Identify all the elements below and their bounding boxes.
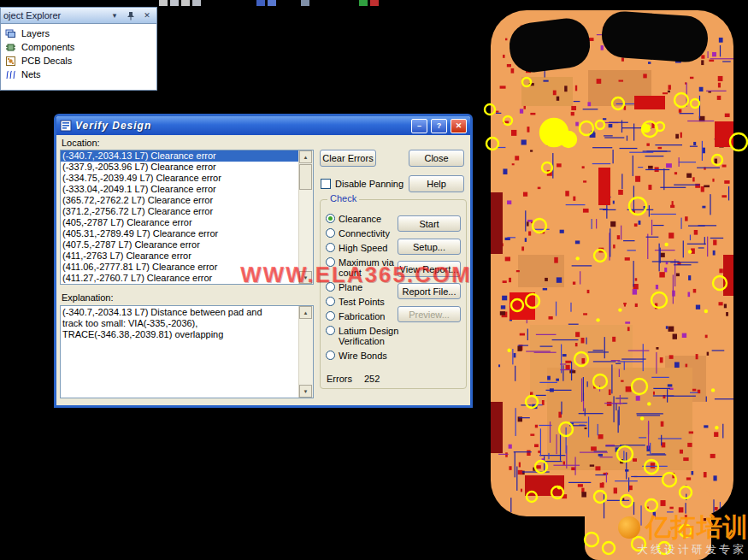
- radio-fabrication[interactable]: Fabrication: [326, 311, 404, 321]
- disable-panning-row[interactable]: Disable Panning: [321, 179, 403, 189]
- error-dot: [711, 388, 715, 392]
- error-list-item[interactable]: (-337.9,-2053.96 L7) Clearance error: [61, 162, 299, 173]
- toolbar-icon[interactable]: [170, 0, 179, 6]
- scroll-down-button[interactable]: ▼: [299, 385, 312, 398]
- error-list-item[interactable]: (411,-2763 L7) Clearance error: [61, 251, 299, 262]
- errors-count-row: Errors 252: [327, 374, 380, 384]
- setup-button[interactable]: Setup...: [398, 239, 461, 255]
- dialog-icon: [60, 120, 72, 132]
- help-icon[interactable]: ?: [431, 119, 447, 133]
- error-list-item[interactable]: (-333.04,-2049.1 L7) Clearance error: [61, 184, 299, 195]
- start-button[interactable]: Start: [398, 215, 461, 232]
- project-explorer-titlebar[interactable]: oject Explorer ▾ ✕: [0, 7, 157, 24]
- pin-icon[interactable]: [124, 9, 138, 22]
- toolbar-icon[interactable]: [359, 0, 368, 6]
- radio-label: Fabrication: [339, 311, 402, 321]
- error-dot: [715, 426, 718, 429]
- toolbar-icon[interactable]: [301, 0, 309, 6]
- radio-button[interactable]: [326, 214, 335, 223]
- report-file-button[interactable]: Report File...: [398, 283, 461, 299]
- close-icon[interactable]: ✕: [140, 9, 154, 22]
- radio-button[interactable]: [326, 351, 335, 360]
- error-list-item[interactable]: (-340.7,-2034.13 L7) Clearance error: [61, 150, 299, 162]
- dialog-titlebar[interactable]: Verify Design – ? ✕: [56, 116, 470, 135]
- project-explorer-title: oject Explorer: [3, 10, 105, 21]
- toolbar-icon[interactable]: [159, 0, 168, 6]
- radio-label: Wire Bonds: [339, 351, 402, 361]
- radio-plane[interactable]: Plane: [326, 282, 404, 292]
- error-dot: [575, 256, 579, 260]
- radio-latium-design-verification[interactable]: Latium Design Verification: [326, 326, 404, 346]
- close-button[interactable]: Close: [409, 150, 464, 167]
- project-explorer-panel: oject Explorer ▾ ✕ LayersComponentsPCB D…: [0, 7, 157, 91]
- radio-connectivity[interactable]: Connectivity: [326, 228, 404, 239]
- radio-high-speed[interactable]: High Speed: [326, 243, 404, 253]
- error-dot: [704, 309, 708, 313]
- toolbar-icon[interactable]: [181, 0, 190, 6]
- list-scrollbar[interactable]: ▲ ▼: [298, 150, 313, 284]
- help-button[interactable]: Help: [409, 175, 464, 192]
- radio-label: Maximum via count: [339, 257, 402, 278]
- radio-button[interactable]: [326, 243, 335, 252]
- error-dot: [557, 486, 561, 489]
- radio-wire-bonds[interactable]: Wire Bonds: [326, 351, 404, 361]
- error-list-item[interactable]: (365.72,-2762.2 L7) Clearance error: [61, 195, 299, 206]
- toolbar-icon[interactable]: [192, 0, 201, 6]
- error-dot: [664, 243, 668, 246]
- error-list-item[interactable]: (405.31,-2789.49 L7) Clearance error: [61, 228, 299, 239]
- pcb-layout-view[interactable]: [475, 0, 748, 560]
- toolbar-fragment-strip: [0, 0, 748, 7]
- error-list-item[interactable]: (405,-2787 L7) Clearance error: [61, 217, 299, 228]
- radio-test-points[interactable]: Test Points: [326, 297, 404, 307]
- error-dot: [618, 308, 621, 311]
- errors-count: 252: [364, 374, 380, 384]
- close-icon[interactable]: ✕: [451, 119, 467, 133]
- components-icon: [5, 42, 17, 53]
- radio-clearance[interactable]: Clearance: [326, 214, 404, 224]
- disable-panning-checkbox[interactable]: [321, 179, 331, 189]
- toolbar-icon[interactable]: [268, 0, 276, 6]
- chevron-down-icon[interactable]: ▾: [108, 9, 121, 22]
- scroll-up-button[interactable]: ▲: [299, 306, 312, 319]
- error-list-item[interactable]: (407.5,-2787 L7) Clearance error: [61, 239, 299, 251]
- tree-item-label: Components: [21, 42, 74, 52]
- radio-button[interactable]: [326, 311, 335, 321]
- dialog-title: Verify Design: [75, 120, 408, 132]
- radio-button[interactable]: [326, 228, 335, 238]
- error-list-item[interactable]: (371.2,-2756.72 L7) Clearance error: [61, 206, 299, 217]
- pads-workspace: oject Explorer ▾ ✕ LayersComponentsPCB D…: [0, 0, 748, 560]
- project-explorer-tree: LayersComponentsPCB DecalsNets: [0, 24, 157, 91]
- radio-button[interactable]: [326, 257, 335, 267]
- error-list-item[interactable]: (411.06,-2777.81 L7) Clearance error: [61, 262, 299, 273]
- minimize-icon[interactable]: –: [411, 119, 427, 133]
- error-location-list[interactable]: (-340.7,-2034.13 L7) Clearance error(-33…: [60, 150, 314, 285]
- pcb-decals-icon: [5, 56, 17, 67]
- radio-button[interactable]: [326, 326, 335, 335]
- explanation-box[interactable]: (-340.7,-2034.13 L7) Distance between pa…: [60, 305, 314, 398]
- tree-item-label: Nets: [21, 69, 41, 80]
- radio-maximum-via-count[interactable]: Maximum via count: [326, 257, 404, 278]
- radio-label: Clearance: [339, 214, 402, 224]
- toolbar-icon[interactable]: [256, 0, 265, 6]
- view-report-button[interactable]: View Report...: [398, 261, 461, 277]
- error-list-item[interactable]: (411.27,-2760.7 L7) Clearance error: [61, 273, 299, 284]
- scroll-thumb[interactable]: [299, 164, 312, 190]
- radio-button[interactable]: [326, 297, 335, 306]
- radio-label: Connectivity: [339, 228, 402, 239]
- clear-errors-button[interactable]: Clear Errors: [320, 150, 376, 167]
- sidebar-item-pcb-decals[interactable]: PCB Decals: [5, 54, 156, 68]
- error-list-item[interactable]: (-334.75,-2039.49 L7) Clearance error: [61, 173, 299, 184]
- sidebar-item-layers[interactable]: Layers: [5, 27, 156, 40]
- sidebar-item-nets[interactable]: Nets: [5, 68, 156, 81]
- radio-button[interactable]: [326, 282, 335, 292]
- explanation-scrollbar[interactable]: ▲ ▼: [298, 306, 313, 398]
- preview-button[interactable]: Preview...: [398, 306, 461, 322]
- tree-item-label: Layers: [21, 28, 50, 38]
- error-marker: [643, 125, 650, 132]
- scroll-down-button[interactable]: ▼: [299, 271, 312, 284]
- scroll-up-button[interactable]: ▲: [299, 150, 312, 163]
- sidebar-item-components[interactable]: Components: [5, 40, 156, 54]
- error-dot: [596, 318, 599, 321]
- radio-label: Plane: [339, 282, 402, 292]
- toolbar-icon[interactable]: [370, 0, 379, 6]
